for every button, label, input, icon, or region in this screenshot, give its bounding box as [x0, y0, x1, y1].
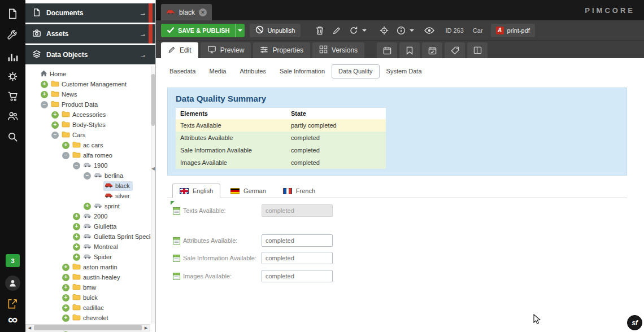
plus-toggle-icon[interactable]: +	[73, 233, 80, 241]
tree-item-bmw[interactable]: +bmw	[25, 282, 155, 292]
tree-item-cadillac[interactable]: +cadillac	[25, 303, 155, 313]
expand-arrow-icon[interactable]: →	[140, 30, 146, 38]
plus-toggle-icon[interactable]: +	[62, 142, 69, 149]
tab-layout-columns-icon[interactable]	[467, 42, 488, 58]
expand-arrow-icon[interactable]: →	[140, 9, 146, 17]
plus-toggle-icon[interactable]: +	[62, 264, 69, 271]
reload-options-dropdown[interactable]	[360, 24, 368, 37]
open-tab-black[interactable]: black ✕	[161, 4, 212, 20]
tab-properties[interactable]: Properties	[253, 42, 310, 58]
language-tab-german[interactable]: German	[224, 184, 273, 198]
locate-in-tree-button[interactable]	[377, 24, 391, 37]
field-input-images-available[interactable]	[262, 270, 333, 282]
tab-events-calendar-check-icon[interactable]	[422, 42, 442, 58]
info-options-dropdown[interactable]	[408, 24, 416, 37]
tree-item-ac-cars[interactable]: +ac cars	[25, 140, 155, 150]
scroll-right-arrow[interactable]: ▶	[142, 325, 150, 331]
plus-toggle-icon[interactable]: +	[62, 304, 69, 312]
sidebar-collapse-handle[interactable]: ◀	[151, 161, 156, 176]
tree-item-accessories[interactable]: +Accessories	[25, 110, 155, 120]
plus-toggle-icon[interactable]: +	[62, 314, 69, 322]
tree-item-buick[interactable]: +buick	[25, 292, 155, 303]
tree-item-giulietta[interactable]: +Giulietta	[25, 221, 155, 231]
minus-toggle-icon[interactable]: −	[73, 162, 80, 169]
content-tab-media[interactable]: Media	[202, 64, 233, 78]
close-tab-icon[interactable]: ✕	[199, 8, 207, 16]
reports-chart-icon[interactable]	[0, 47, 25, 65]
tree-item-chevrolet[interactable]: +chevrolet	[25, 313, 155, 323]
delete-button[interactable]	[313, 24, 327, 37]
symfony-debug-badge[interactable]: sf	[627, 315, 642, 330]
plus-toggle-icon[interactable]: +	[41, 81, 48, 88]
tab-tags-icon[interactable]	[445, 42, 465, 58]
pimcore-infinity-logo[interactable]: ∞	[0, 312, 25, 327]
minus-toggle-icon[interactable]: −	[41, 101, 48, 108]
tree-horizontal-scrollbar[interactable]: ◀ ▶	[25, 324, 150, 331]
expand-arrow-icon[interactable]: →	[140, 51, 146, 59]
customers-users-icon[interactable]	[0, 107, 25, 125]
language-tab-english[interactable]: English	[172, 184, 220, 198]
tab-versions[interactable]: Versions	[312, 42, 364, 58]
tree-item-news[interactable]: +News	[25, 89, 155, 99]
sidebar-section-assets[interactable]: Assets →	[25, 24, 155, 43]
plus-toggle-icon[interactable]: +	[41, 91, 48, 98]
tree-item-spider[interactable]: +Spider	[25, 252, 155, 262]
print-pdf-button[interactable]: A print-pdf	[491, 24, 535, 37]
sidebar-section-documents[interactable]: Documents →	[25, 3, 155, 23]
tab-schedule-calendar-icon[interactable]	[377, 42, 397, 58]
notifications-badge[interactable]: 3	[6, 254, 20, 267]
tree-item-gulietta-sprint-specia[interactable]: +Gulietta Sprint Specia	[25, 231, 155, 242]
content-tab-system-data[interactable]: System Data	[380, 64, 429, 78]
sidebar-section-data-objects[interactable]: Data Objects →	[25, 45, 155, 64]
plus-toggle-icon[interactable]: +	[73, 254, 80, 261]
tree-item-2000[interactable]: +2000	[25, 211, 155, 221]
save-options-dropdown[interactable]	[235, 24, 245, 37]
plus-toggle-icon[interactable]: +	[51, 111, 59, 119]
tree-item-home[interactable]: Home	[25, 69, 155, 79]
tree-item-customer-management[interactable]: +Customer Management	[25, 79, 155, 89]
tree-item-montreal[interactable]: +Montreal	[25, 242, 155, 252]
save-publish-button[interactable]: SAVE & PUBLISH	[161, 24, 245, 37]
search-icon[interactable]	[0, 128, 25, 146]
tab-edit[interactable]: Edit	[161, 42, 198, 58]
tree-item-body-styles[interactable]: +Body-Styles	[25, 120, 155, 130]
ecommerce-cart-icon[interactable]	[0, 87, 25, 105]
scrollbar-thumb[interactable]	[151, 74, 155, 126]
language-tab-french[interactable]: French	[276, 184, 322, 198]
plus-toggle-icon[interactable]: +	[62, 284, 69, 291]
plus-toggle-icon[interactable]: +	[62, 274, 69, 281]
plus-toggle-icon[interactable]: +	[73, 213, 80, 220]
rename-pencil-button[interactable]	[330, 24, 343, 37]
tree-item-alfa-romeo[interactable]: −alfa romeo	[25, 150, 155, 160]
content-tab-data-quality[interactable]: Data Quality	[332, 64, 380, 78]
tools-wrench-icon[interactable]	[0, 26, 25, 44]
tree-item-1900[interactable]: −1900	[25, 160, 155, 171]
reload-button[interactable]	[347, 24, 360, 37]
plus-toggle-icon[interactable]: +	[51, 121, 59, 129]
tree-item-product-data[interactable]: −Product Data	[25, 99, 155, 110]
plus-toggle-icon[interactable]: +	[84, 203, 91, 210]
user-profile-icon[interactable]	[5, 276, 20, 291]
info-button[interactable]	[394, 24, 408, 37]
tree-item-black[interactable]: black	[25, 181, 155, 191]
tree-item-silver[interactable]: silver	[25, 191, 155, 201]
content-tab-sale-information[interactable]: Sale Information	[273, 64, 332, 78]
field-input-attributes-available[interactable]	[262, 234, 333, 247]
plus-toggle-icon[interactable]: +	[73, 223, 80, 230]
file-icon[interactable]	[0, 5, 25, 23]
tree-vertical-scrollbar[interactable]	[151, 66, 155, 324]
logout-export-icon[interactable]	[0, 295, 25, 313]
open-preview-eye-button[interactable]	[423, 24, 436, 37]
settings-gear-icon[interactable]	[0, 67, 25, 85]
tab-preview[interactable]: Preview	[201, 42, 251, 58]
scrollbar-thumb[interactable]	[34, 325, 142, 330]
tree-item-sprint[interactable]: +sprint	[25, 201, 155, 211]
field-input-sale-information-available[interactable]	[262, 252, 333, 264]
field-input-texts-available[interactable]	[262, 204, 333, 217]
tree-item-berlina[interactable]: −berlina	[25, 171, 155, 181]
plus-toggle-icon[interactable]: +	[73, 243, 80, 251]
content-tab-attributes[interactable]: Attributes	[233, 64, 272, 78]
scroll-left-arrow[interactable]: ◀	[26, 325, 33, 331]
minus-toggle-icon[interactable]: −	[84, 172, 91, 180]
content-tab-basedata[interactable]: Basedata	[163, 64, 202, 78]
